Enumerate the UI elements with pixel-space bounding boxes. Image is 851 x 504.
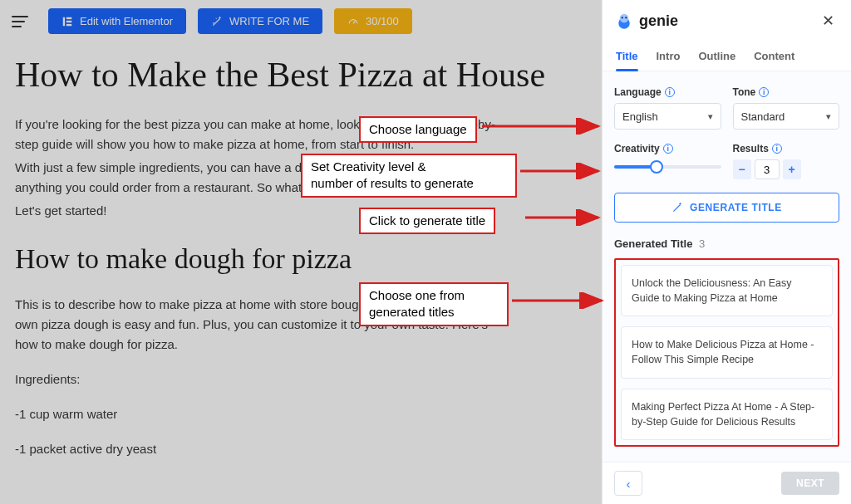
tab-intro[interactable]: Intro [657, 43, 681, 71]
language-label: Language i [614, 86, 721, 98]
creativity-label: Creativity i [614, 143, 721, 154]
tone-select[interactable]: Standard ▾ [733, 103, 840, 130]
chevron-left-icon: ‹ [627, 477, 631, 491]
annotation-arrow-icon [520, 163, 607, 179]
tone-label: Tone i [733, 86, 840, 98]
language-value: English [622, 110, 658, 123]
generated-title-item[interactable]: Unlock the Deliciousness: An Easy Guide … [621, 265, 833, 316]
svg-point-7 [625, 17, 627, 18]
write-for-me-button[interactable]: WRITE FOR ME [198, 8, 322, 34]
svg-rect-0 [63, 17, 65, 26]
annotation-generate: Click to generate title [359, 208, 495, 234]
nav-next-button[interactable]: NEXT [781, 472, 839, 495]
genie-sidebar: genie ✕ Title Intro Outline Content Lang… [602, 0, 851, 504]
svg-point-5 [620, 14, 629, 23]
svg-rect-3 [66, 23, 71, 25]
generated-title-heading: Generated Title 3 [614, 237, 839, 250]
results-increment-button[interactable]: + [783, 159, 801, 179]
nav-back-button[interactable]: ‹ [614, 471, 642, 496]
ingredients-label[interactable]: Ingredients: [15, 369, 497, 389]
list-item[interactable]: -1 cup warm water [15, 404, 497, 424]
tab-outline[interactable]: Outline [698, 43, 735, 71]
genie-logo-icon [614, 11, 634, 31]
edit-elementor-label: Edit with Elementor [80, 15, 173, 27]
list-item[interactable]: -1 packet active dry yeast [15, 439, 497, 459]
results-decrement-button[interactable]: − [733, 159, 751, 179]
generated-title-count: 3 [699, 237, 705, 250]
chevron-down-icon: ▾ [708, 111, 713, 122]
tab-title[interactable]: Title [616, 43, 638, 71]
results-input[interactable] [755, 159, 780, 179]
results-field: Results i − + [733, 143, 840, 179]
tone-field: Tone i Standard ▾ [733, 86, 840, 130]
seo-score-label: 30/100 [366, 15, 399, 27]
results-label: Results i [733, 143, 840, 154]
close-sidebar-button[interactable]: ✕ [817, 10, 839, 32]
svg-rect-1 [66, 17, 71, 18]
chevron-down-icon: ▾ [826, 111, 831, 122]
info-icon[interactable]: i [759, 87, 769, 97]
creativity-field: Creativity i [614, 143, 721, 179]
creativity-slider[interactable] [614, 159, 721, 174]
tab-content[interactable]: Content [754, 43, 794, 71]
generated-title-item[interactable]: How to Make Delicious Pizza at Home - Fo… [621, 326, 833, 378]
post-editor: How to Make the Best Pizza at House If y… [0, 38, 602, 504]
annotation-choose: Choose one from generated titles [359, 282, 509, 326]
annotation-language: Choose language [359, 116, 477, 143]
menu-toggle-icon[interactable] [12, 16, 28, 27]
info-icon[interactable]: i [665, 87, 675, 97]
post-heading-2[interactable]: How to make dough for pizza [15, 242, 577, 276]
generated-title-item[interactable]: Making Perfect Pizza At Home - A Step-by… [621, 389, 833, 440]
generated-title-annotation-box: Unlock the Deliciousness: An Easy Guide … [614, 258, 839, 447]
sidebar-header: genie ✕ [603, 0, 851, 38]
magic-wand-icon [211, 16, 223, 27]
annotation-arrow-icon [512, 292, 610, 309]
annotation-creativity: Set Creativity level & number of results… [301, 154, 517, 198]
edit-elementor-button[interactable]: Edit with Elementor [48, 8, 186, 34]
sidebar-footer: ‹ NEXT [603, 462, 851, 504]
post-title[interactable]: How to Make the Best Pizza at House [15, 55, 577, 95]
write-for-me-label: WRITE FOR ME [229, 15, 309, 27]
language-select[interactable]: English ▾ [614, 103, 721, 130]
tone-value: Standard [741, 110, 785, 123]
sidebar-tabs: Title Intro Outline Content [603, 38, 851, 71]
brand-name: genie [639, 12, 678, 30]
sidebar-body: Language i English ▾ Tone i Standard ▾ [603, 71, 851, 462]
brand-logo: genie [614, 11, 678, 31]
annotation-arrow-icon [482, 118, 607, 135]
magic-wand-icon [671, 202, 683, 213]
language-field: Language i English ▾ [614, 86, 721, 130]
generate-title-label: GENERATE TITLE [690, 202, 782, 213]
generated-title-list: Unlock the Deliciousness: An Easy Guide … [621, 265, 833, 440]
svg-point-6 [622, 17, 623, 18]
annotation-arrow-icon [525, 209, 607, 226]
seo-score-button[interactable]: 30/100 [334, 8, 412, 34]
gauge-icon [347, 16, 359, 27]
generate-title-button[interactable]: GENERATE TITLE [614, 193, 839, 223]
results-stepper: − + [733, 159, 840, 179]
svg-rect-2 [66, 20, 71, 22]
info-icon[interactable]: i [663, 144, 673, 154]
info-icon[interactable]: i [772, 144, 782, 154]
elementor-icon [61, 16, 73, 27]
